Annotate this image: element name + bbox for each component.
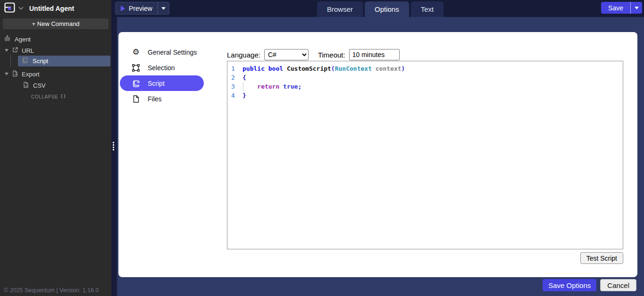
agent-title: Untitled Agent [29, 5, 74, 12]
preview-dropdown-button[interactable] [158, 2, 169, 15]
tree-item-label: Agent [15, 36, 31, 43]
nav-item-general-settings[interactable]: ⚙ General Settings [120, 44, 204, 60]
code-line-content: return true; [239, 82, 301, 91]
file-icon [131, 95, 141, 103]
script-icon [131, 79, 141, 88]
content-area: Preview Browser Options Text Save ⚙ Gene… [111, 0, 644, 296]
line-number: 1 [227, 64, 239, 73]
collapse-tree-button[interactable]: COLLAPSE [0, 94, 111, 99]
preview-button[interactable]: Preview [115, 2, 158, 15]
agent-menu-chevron-down-icon[interactable] [18, 7, 24, 10]
nav-item-script[interactable]: Script [120, 75, 204, 91]
sidebar-splitter-handle[interactable] [111, 17, 117, 296]
tree-item-export[interactable]: Export [0, 68, 111, 80]
version-footer: © 2025 Sequentum | Version: 1.16.0 [4, 287, 99, 294]
language-select[interactable]: C# [264, 49, 309, 60]
nav-item-label: Script [148, 80, 165, 87]
line-number: 2 [227, 73, 239, 82]
tree-item-url[interactable]: URL [0, 45, 111, 56]
preview-split-button: Preview [115, 2, 169, 15]
preview-label: Preview [129, 5, 152, 12]
drag-dots-icon [113, 142, 114, 150]
cancel-button[interactable]: Cancel [600, 279, 636, 291]
tree-item-label: CSV [33, 82, 46, 89]
nav-item-selection[interactable]: Selection [120, 60, 204, 75]
play-icon [121, 6, 125, 11]
tree-item-agent[interactable]: Agent [0, 33, 111, 45]
language-label: Language: [227, 51, 260, 59]
save-dropdown-button[interactable] [630, 2, 642, 14]
tree-item-label: URL [22, 47, 34, 54]
script-settings: Language: C# Timeout: 1public bool Custo… [227, 49, 623, 264]
options-nav: ⚙ General Settings Selection Script [120, 44, 204, 107]
timeout-input[interactable] [349, 49, 400, 60]
script-icon [22, 57, 28, 65]
nav-item-label: General Settings [148, 49, 197, 56]
tree-item-csv[interactable]: CSV CSV [0, 80, 111, 91]
gear-icon: ⚙ [131, 48, 141, 56]
robot-icon [4, 35, 11, 43]
test-script-button[interactable]: Test Script [580, 252, 623, 264]
external-link-icon [12, 47, 18, 55]
tree-guide-line [10, 54, 11, 67]
tree-item-label: Export [22, 71, 40, 78]
code-line-content: { [239, 73, 246, 82]
tab-options[interactable]: Options [365, 1, 409, 17]
code-line: 3 return true; [227, 82, 623, 91]
code-line: 4} [227, 91, 623, 100]
sidebar-header: Untitled Agent [0, 0, 111, 16]
line-number: 4 [227, 91, 239, 100]
save-split-button: Save [601, 2, 642, 14]
command-tree: Agent URL Script Export CSV [0, 33, 111, 99]
svg-text:CSV: CSV [24, 85, 28, 87]
nav-item-label: Files [148, 95, 162, 103]
code-line: 1public bool CustomScript(RunContext con… [227, 64, 623, 73]
save-options-button[interactable]: Save Options [543, 279, 596, 291]
csv-file-icon: CSV [23, 82, 29, 90]
collapse-brackets-icon [61, 94, 66, 99]
bottom-actions: Save Options Cancel [543, 279, 636, 291]
collapse-label: COLLAPSE [31, 94, 59, 99]
code-line-content: } [239, 91, 246, 100]
new-command-button[interactable]: + New Command [3, 18, 109, 29]
sidebar: Untitled Agent + New Command Agent URL S… [0, 0, 111, 296]
tab-browser[interactable]: Browser [317, 1, 363, 17]
app-logo-icon [4, 1, 16, 16]
view-tabs: Browser Options Text [317, 1, 443, 17]
options-view: ⚙ General Settings Selection Script [111, 17, 644, 296]
options-card: ⚙ General Settings Selection Script [118, 32, 637, 277]
expander-chevron-icon[interactable] [5, 49, 8, 52]
script-controls-row: Language: C# Timeout: [227, 49, 623, 61]
expander-chevron-icon[interactable] [5, 73, 8, 75]
tab-text[interactable]: Text [411, 1, 444, 17]
line-number: 3 [227, 82, 239, 91]
timeout-label: Timeout: [318, 51, 345, 59]
tree-item-script-selected[interactable]: Script [18, 56, 110, 66]
selection-icon [131, 64, 141, 72]
code-editor[interactable]: 1public bool CustomScript(RunContext con… [227, 61, 623, 249]
code-line: 2{ [227, 73, 623, 82]
tree-item-label: Script [33, 58, 48, 65]
save-button[interactable]: Save [601, 2, 630, 14]
nav-item-files[interactable]: Files [120, 91, 204, 107]
code-line-content: public bool CustomScript(RunContext cont… [239, 64, 405, 73]
topbar: Preview Browser Options Text Save [111, 0, 644, 17]
export-icon [12, 70, 18, 78]
nav-item-label: Selection [148, 64, 175, 72]
